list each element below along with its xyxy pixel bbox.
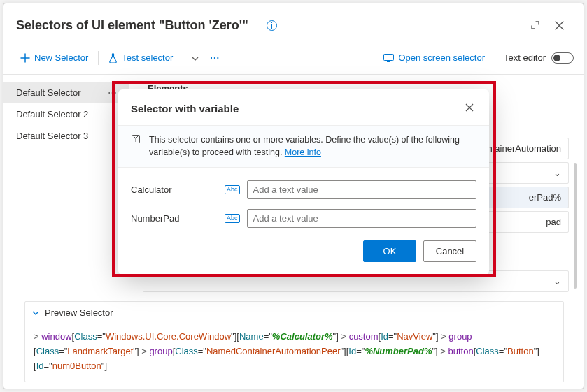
more-actions-button[interactable]: ··· — [204, 50, 225, 66]
sidebar-item-default-selector-3[interactable]: Default Selector 3 — [3, 125, 129, 147]
expand-icon[interactable] — [523, 13, 547, 37]
toolbar-separator — [495, 51, 495, 65]
footer-actions: Save Cancel — [3, 382, 584, 392]
element-name: containerAutomation — [478, 143, 561, 154]
preview-selector-toggle[interactable]: Preview Selector — [25, 302, 563, 324]
dialog-body: Calculator Abc NumberPad Abc — [118, 168, 489, 233]
chevron-down-icon — [192, 57, 199, 61]
dialog-info-banner: This selector contains one or more varia… — [118, 125, 489, 168]
svg-rect-0 — [384, 54, 394, 60]
toolbar-separator — [98, 51, 99, 65]
dialog-header: Selector with variable — [118, 89, 489, 125]
variable-icon — [131, 134, 142, 159]
element-chevron-icon[interactable]: ⌄ — [553, 276, 561, 286]
dialog-title: Selector with variable — [131, 103, 462, 115]
variable-field-numberpad: NumberPad Abc — [131, 209, 476, 228]
sidebar-item-default-selector[interactable]: Default Selector ⋯ — [3, 82, 129, 103]
element-name: pad — [546, 217, 561, 227]
dialog-ok-button[interactable]: OK — [363, 240, 416, 262]
text-type-icon: Abc — [225, 214, 240, 223]
text-type-icon: Abc — [225, 185, 240, 194]
field-label: NumberPad — [131, 213, 218, 224]
selectors-window: Selectors of UI element "Button 'Zero'" … — [3, 3, 584, 389]
text-editor-label: Text editor — [504, 52, 546, 63]
chevron-down-icon — [32, 311, 39, 315]
open-screen-label: Open screen selector — [398, 52, 485, 63]
close-icon — [465, 103, 474, 112]
sidebar-item-label: Default Selector — [16, 87, 81, 98]
test-selector-label: Test selector — [122, 52, 173, 63]
selector-sidebar: Default Selector ⋯ Default Selector 2 De… — [3, 82, 129, 296]
numberpad-input[interactable] — [247, 209, 476, 228]
toolbar: New Selector Test selector ··· Open scre… — [3, 44, 584, 75]
element-name: erPad% — [529, 192, 561, 203]
selector-variable-dialog: Selector with variable This selector con… — [118, 89, 489, 275]
scrollbar[interactable] — [574, 163, 577, 289]
dialog-cancel-button[interactable]: Cancel — [423, 240, 476, 262]
screen-icon — [383, 54, 394, 62]
new-selector-button[interactable]: New Selector — [13, 48, 95, 67]
plus-icon — [20, 53, 30, 63]
dialog-info-text: This selector contains one or more varia… — [149, 134, 476, 159]
sidebar-item-default-selector-2[interactable]: Default Selector 2 — [3, 103, 129, 125]
test-selector-button[interactable]: Test selector — [101, 48, 180, 67]
flask-icon — [108, 53, 118, 63]
sidebar-item-label: Default Selector 3 — [16, 131, 88, 141]
field-label: Calculator — [131, 184, 218, 195]
sidebar-item-label: Default Selector 2 — [16, 109, 88, 119]
dialog-actions: OK Cancel — [118, 233, 489, 275]
preview-selector-panel: Preview Selector > window[Class="Windows… — [24, 301, 564, 382]
dialog-close-button[interactable] — [462, 101, 476, 117]
test-selector-chevron[interactable] — [186, 50, 204, 66]
preview-title: Preview Selector — [45, 307, 113, 318]
calculator-input[interactable] — [247, 180, 476, 199]
close-window-icon[interactable] — [547, 13, 571, 37]
window-title: Selectors of UI element "Button 'Zero'" — [16, 18, 262, 33]
sidebar-item-menu-icon[interactable]: ⋯ — [108, 87, 117, 98]
text-editor-toggle-group: Text editor — [504, 52, 574, 64]
title-bar: Selectors of UI element "Button 'Zero'" … — [3, 3, 584, 44]
text-editor-toggle[interactable] — [551, 52, 574, 64]
open-screen-selector-button[interactable]: Open screen selector — [376, 48, 492, 67]
new-selector-label: New Selector — [34, 52, 88, 63]
info-icon[interactable]: i — [267, 20, 277, 31]
element-chevron-icon[interactable]: ⌄ — [553, 168, 561, 178]
toolbar-separator — [183, 51, 183, 65]
preview-selector-body: > window[Class="Windows.UI.Core.CoreWind… — [25, 324, 563, 382]
variable-field-calculator: Calculator Abc — [131, 180, 476, 199]
more-info-link[interactable]: More info — [285, 147, 321, 157]
